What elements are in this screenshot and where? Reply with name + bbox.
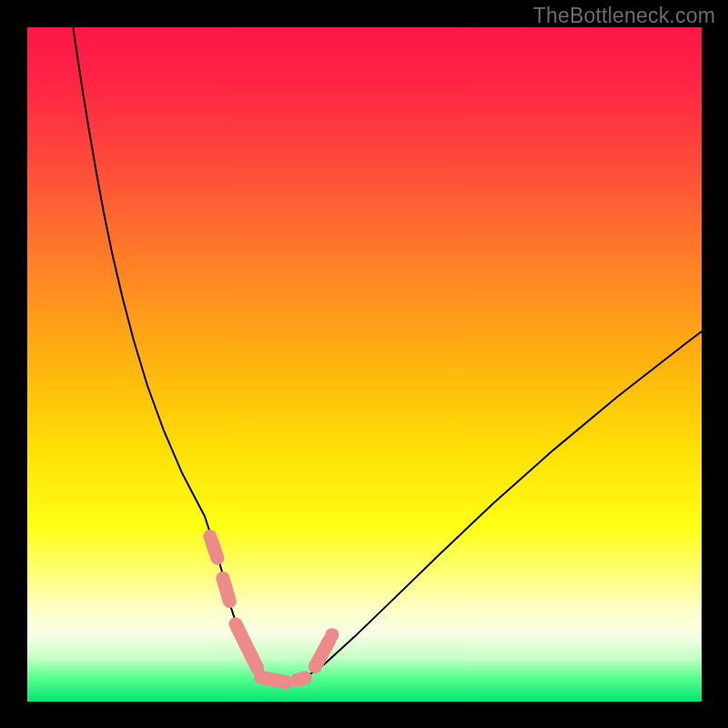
highlight-dot <box>325 628 339 642</box>
gradient-background <box>27 27 702 702</box>
highlight-segment <box>223 578 229 601</box>
attribution-text: TheBottleneck.com <box>533 4 715 28</box>
highlight-segment <box>297 678 305 680</box>
highlight-segment <box>260 677 286 682</box>
bottleneck-chart <box>27 27 702 702</box>
highlight-segment <box>211 541 217 558</box>
chart-frame: TheBottleneck.com <box>0 0 728 728</box>
plot-area <box>27 27 702 702</box>
highlight-dot <box>203 530 217 543</box>
